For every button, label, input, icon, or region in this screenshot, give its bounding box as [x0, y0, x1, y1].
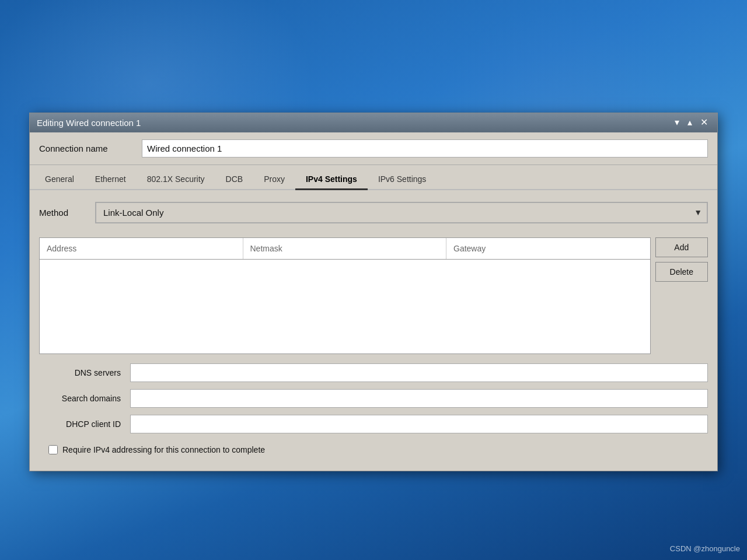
- require-ipv4-checkbox[interactable]: [48, 445, 58, 454]
- tab-ipv6[interactable]: IPv6 Settings: [368, 170, 437, 190]
- dhcp-client-id-label: DHCP client ID: [39, 419, 121, 429]
- tab-general[interactable]: General: [34, 170, 85, 190]
- method-select[interactable]: Automatic (DHCP) Manual Link-Local Only …: [95, 202, 708, 223]
- address-table-section: Address Netmask Gateway Add Delete: [39, 237, 708, 354]
- table-body: [40, 260, 650, 353]
- search-domains-input[interactable]: [130, 389, 708, 408]
- col-address: Address: [40, 238, 243, 259]
- delete-button[interactable]: Delete: [655, 262, 708, 282]
- tabs-bar: General Ethernet 802.1X Security DCB Pro…: [30, 165, 717, 190]
- tab-dcb[interactable]: DCB: [215, 170, 254, 190]
- method-label: Method: [39, 208, 86, 218]
- col-gateway: Gateway: [446, 238, 650, 259]
- title-bar-buttons: ▾ ▴ ✕: [672, 118, 710, 127]
- connection-name-row: Connection name: [30, 132, 717, 165]
- col-netmask: Netmask: [243, 238, 447, 259]
- connection-name-input[interactable]: [142, 139, 708, 158]
- method-select-wrapper: Automatic (DHCP) Manual Link-Local Only …: [95, 202, 708, 223]
- tab-security[interactable]: 802.1X Security: [137, 170, 215, 190]
- require-ipv4-label: Require IPv4 addressing for this connect…: [62, 445, 265, 454]
- dns-servers-row: DNS servers: [39, 363, 708, 382]
- maximize-button[interactable]: ▴: [685, 118, 694, 127]
- content-area: Method Automatic (DHCP) Manual Link-Loca…: [30, 190, 717, 471]
- title-bar: Editing Wired connection 1 ▾ ▴ ✕: [30, 113, 717, 132]
- close-button[interactable]: ✕: [698, 118, 710, 127]
- search-domains-label: Search domains: [39, 394, 121, 403]
- table-header: Address Netmask Gateway: [40, 238, 650, 260]
- tab-proxy[interactable]: Proxy: [253, 170, 295, 190]
- dhcp-client-id-row: DHCP client ID: [39, 415, 708, 433]
- tab-ipv4[interactable]: IPv4 Settings: [295, 170, 368, 190]
- dns-servers-input[interactable]: [130, 363, 708, 382]
- search-domains-row: Search domains: [39, 389, 708, 408]
- add-button[interactable]: Add: [655, 237, 708, 257]
- editing-dialog: Editing Wired connection 1 ▾ ▴ ✕ Connect…: [29, 113, 718, 471]
- dialog-title: Editing Wired connection 1: [37, 118, 141, 128]
- method-row: Method Automatic (DHCP) Manual Link-Loca…: [39, 202, 708, 223]
- require-row: Require IPv4 addressing for this connect…: [39, 440, 708, 459]
- connection-name-label: Connection name: [39, 144, 132, 153]
- tab-ethernet[interactable]: Ethernet: [85, 170, 137, 190]
- address-table: Address Netmask Gateway: [39, 237, 651, 354]
- dns-servers-label: DNS servers: [39, 368, 121, 377]
- minimize-button[interactable]: ▾: [672, 118, 682, 127]
- dhcp-client-id-input[interactable]: [130, 415, 708, 433]
- table-buttons: Add Delete: [655, 237, 708, 354]
- watermark: CSDN @zhonguncle: [670, 544, 740, 553]
